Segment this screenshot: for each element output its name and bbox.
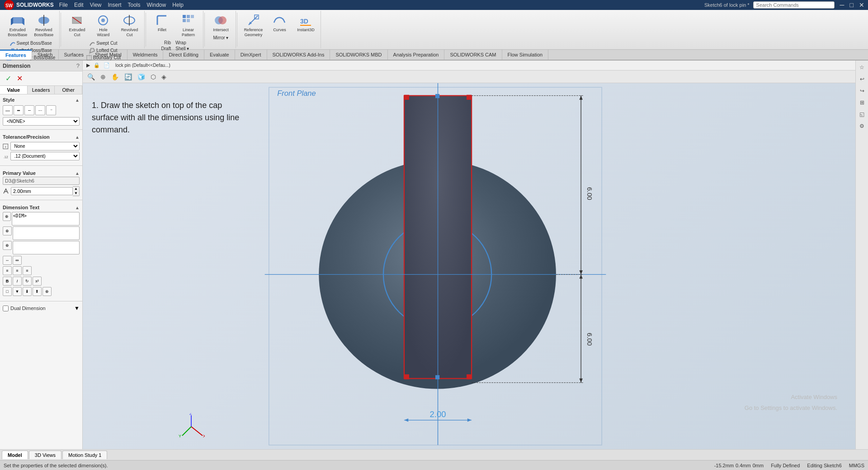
section-view-button[interactable]: ⬡ <box>149 72 158 81</box>
value-up-button[interactable]: ▲ <box>73 187 79 191</box>
tolerance-dropdown[interactable]: None <box>10 142 80 150</box>
rib-button[interactable]: Rib <box>163 40 172 46</box>
menu-help[interactable]: Help <box>172 2 184 8</box>
tab-sw-mbd[interactable]: SOLIDWORKS MBD <box>330 50 387 60</box>
extruded-boss-base-button[interactable]: ExtrudedBoss/Base <box>5 12 30 39</box>
menu-window[interactable]: Window <box>147 2 166 8</box>
restore-button[interactable]: □ <box>850 1 854 9</box>
tolerance-header[interactable]: Tolerance/Precision ▲ <box>3 133 80 141</box>
style-header[interactable]: Style ▲ <box>3 96 80 103</box>
style-dash-button[interactable]: ╌ <box>24 105 34 115</box>
rt-btn-2[interactable]: ↩ <box>857 74 867 84</box>
menu-edit[interactable]: Edit <box>74 2 84 8</box>
tab-flow-sim[interactable]: Flow Simulation <box>502 50 549 60</box>
value-spinner[interactable]: ▲ ▼ <box>73 186 80 196</box>
tab-other[interactable]: Other <box>55 86 82 94</box>
fillet-button[interactable]: Fillet <box>150 12 174 34</box>
cancel-button[interactable]: ✕ <box>14 72 25 85</box>
style-dropdown[interactable]: <NONE> <box>3 117 80 126</box>
style-chain-button[interactable]: ⁻ <box>46 105 56 115</box>
menu-file[interactable]: File <box>59 2 68 8</box>
align-left-button[interactable]: ≡ <box>3 266 12 275</box>
style-none-button[interactable]: — <box>3 105 13 115</box>
tab-weldments[interactable]: Weldments <box>127 50 164 60</box>
curves-button[interactable]: Curves <box>267 12 292 34</box>
tab-sketch[interactable]: Sketch <box>32 50 59 60</box>
tab-evaluate[interactable]: Evaluate <box>204 50 235 60</box>
btab-motion[interactable]: Motion Study 1 <box>62 451 107 459</box>
tab-sw-addins[interactable]: SOLIDWORKS Add-Ins <box>267 50 330 60</box>
intersect-button[interactable]: Intersect <box>208 12 233 34</box>
primary-value-header[interactable]: Primary Value ▲ <box>3 169 80 177</box>
swept-boss-base-button[interactable]: Swept Boss/Base <box>8 40 53 47</box>
superscript-button[interactable]: x² <box>33 277 42 286</box>
view-orient-button[interactable]: 🧊 <box>136 72 147 81</box>
linear-pattern-button[interactable]: LinearPattern <box>176 12 200 39</box>
dim-suffix-area[interactable] <box>13 241 80 254</box>
tab-surfaces[interactable]: Surfaces <box>59 50 90 60</box>
symbol-box-button[interactable]: □ <box>3 287 12 296</box>
pan-button[interactable]: ✋ <box>109 72 121 81</box>
menu-view[interactable]: View <box>90 2 102 8</box>
reference-geometry-button[interactable]: ReferenceGeometry <box>241 12 265 39</box>
rt-btn-4[interactable]: ⊞ <box>857 98 867 108</box>
rt-btn-3[interactable]: ↪ <box>857 86 867 96</box>
menu-insert[interactable]: Insert <box>108 2 122 8</box>
precision-dropdown[interactable]: .12 (Document) <box>10 152 80 160</box>
btab-3dviews[interactable]: 3D Views <box>29 451 61 459</box>
style-dot-button[interactable]: ··· <box>35 105 45 115</box>
confirm-button[interactable]: ✓ <box>3 72 14 85</box>
dual-dim-arrow[interactable]: ▼ <box>74 305 80 311</box>
minimize-button[interactable]: ─ <box>840 1 844 9</box>
tab-sheet-metal[interactable]: Sheet Metal <box>90 50 127 60</box>
symbol-add-button[interactable]: ⊕ <box>42 287 52 296</box>
dim-prefix-area[interactable] <box>13 226 80 240</box>
tab-features[interactable]: Features <box>0 50 32 60</box>
wrap-button[interactable]: Wrap <box>174 40 188 46</box>
primary-value-field[interactable] <box>11 187 73 195</box>
tab-analysis[interactable]: Analysis Preparation <box>388 50 445 60</box>
dim-text-icon-1[interactable]: ⊕ <box>3 212 11 221</box>
tab-direct-editing[interactable]: Direct Editing <box>163 50 204 60</box>
btab-model[interactable]: Model <box>2 451 28 459</box>
revolved-cut-button[interactable]: RevolvedCut <box>117 12 142 39</box>
value-down-button[interactable]: ▼ <box>73 191 79 196</box>
dim-text-area[interactable]: <DIM> <box>12 212 80 226</box>
extruded-cut-button[interactable]: ExtrudedCut <box>65 12 89 39</box>
tab-leaders[interactable]: Leaders <box>28 86 55 94</box>
align-right-button[interactable]: ≡ <box>23 266 32 275</box>
tab-sw-cam[interactable]: SOLIDWORKS CAM <box>444 50 502 60</box>
align-center-button[interactable]: ≡ <box>13 266 22 275</box>
mirror-button[interactable]: Mirror ▾ <box>212 35 230 41</box>
drawing-canvas[interactable]: 1. Draw the sketch on top of the cap sur… <box>83 83 855 449</box>
rt-btn-6[interactable]: ⚙ <box>857 121 867 131</box>
symbol-down-button[interactable]: ▼ <box>13 287 22 296</box>
tab-dimxpert[interactable]: DimXpert <box>235 50 267 60</box>
symbol-up-button[interactable]: ⬆ <box>33 287 42 296</box>
revolved-boss-base-button[interactable]: RevolvedBoss/Base <box>32 12 56 39</box>
dim-text-icon-2[interactable]: ⊕ <box>3 226 12 235</box>
text-rotate-button[interactable]: ↻ <box>23 277 32 286</box>
swept-cut-button[interactable]: Swept Cut <box>88 40 118 47</box>
menu-tools[interactable]: Tools <box>128 2 141 8</box>
add-diameter-button[interactable]: ⇔ <box>13 256 22 265</box>
rt-btn-5[interactable]: ◱ <box>857 109 867 119</box>
help-icon[interactable]: ? <box>76 62 80 69</box>
search-input[interactable] <box>753 1 835 9</box>
symbol-down2-button[interactable]: ⬇ <box>23 287 32 296</box>
rotate-button[interactable]: 🔄 <box>123 72 134 81</box>
hole-wizard-button[interactable]: HoleWizard <box>91 12 115 39</box>
instant3d-button[interactable]: 3D Instant3D <box>293 12 318 34</box>
tab-value[interactable]: Value <box>0 86 28 94</box>
zoom-fit-button[interactable]: 🔍 <box>85 72 97 81</box>
dim-text-icon-3[interactable]: ⊕ <box>3 241 12 250</box>
dim-text-header[interactable]: Dimension Text ▲ <box>3 204 80 211</box>
close-button[interactable]: ✕ <box>859 1 864 9</box>
text-italic-button[interactable]: I <box>13 277 22 286</box>
style-solid-button[interactable]: ━ <box>14 105 24 115</box>
text-bold-button[interactable]: B <box>3 277 12 286</box>
zoom-in-button[interactable]: ⊕ <box>99 72 108 81</box>
rt-btn-1[interactable]: ☆ <box>857 62 867 72</box>
add-parenthesis-button[interactable]: ↔ <box>3 256 12 265</box>
dual-dimension-checkbox[interactable] <box>3 306 9 311</box>
